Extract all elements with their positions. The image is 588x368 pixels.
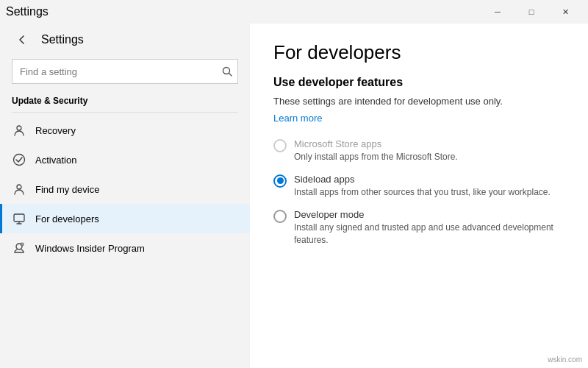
- sidebar-item-label-find-my-device: Find my device: [35, 184, 99, 195]
- search-icon[interactable]: [222, 66, 232, 77]
- radio-content-ms-store: Microsoft Store apps Only install apps f…: [294, 138, 458, 163]
- titlebar: Settings ─ □ ✕: [0, 0, 588, 24]
- sidebar-item-recovery[interactable]: Recovery: [0, 116, 250, 145]
- titlebar-left: Settings: [6, 5, 49, 18]
- radio-content-sideload: Sideload apps Install apps from other so…: [294, 174, 551, 199]
- sidebar-section-label: Update & Security: [0, 90, 250, 109]
- titlebar-title: Settings: [6, 5, 49, 18]
- radio-option-sideload: Sideload apps Install apps from other so…: [273, 174, 564, 199]
- svg-point-3: [14, 155, 25, 166]
- sidebar-top: Settings: [0, 24, 250, 56]
- maximize-button[interactable]: □: [514, 0, 548, 24]
- radio-desc-dev-mode: Install any signed and trusted app and u…: [294, 222, 564, 247]
- sidebar-header-title: Settings: [41, 33, 84, 46]
- back-icon: [18, 35, 26, 44]
- close-button[interactable]: ✕: [548, 0, 582, 24]
- titlebar-controls: ─ □ ✕: [481, 0, 582, 24]
- radio-content-dev-mode: Developer mode Install any signed and tr…: [294, 209, 564, 247]
- sidebar-item-label-windows-insider: Windows Insider Program: [35, 243, 145, 254]
- sidebar-item-label-activation: Activation: [35, 155, 76, 166]
- radio-dev-mode[interactable]: [273, 210, 287, 223]
- sidebar-item-label-for-developers: For developers: [35, 213, 99, 224]
- svg-point-4: [17, 185, 21, 189]
- search-input[interactable]: [12, 59, 238, 84]
- find-my-device-icon: [12, 182, 26, 197]
- content-area: For developers Use developer features Th…: [250, 24, 588, 368]
- learn-more-link[interactable]: Learn more: [273, 113, 322, 124]
- main-layout: Settings Update & Security Recovery: [0, 24, 588, 368]
- radio-label-sideload: Sideload apps: [294, 174, 551, 185]
- search-box: [12, 59, 238, 84]
- sidebar-item-activation[interactable]: Activation: [0, 145, 250, 174]
- radio-option-ms-store: Microsoft Store apps Only install apps f…: [273, 138, 564, 163]
- for-developers-icon: [12, 211, 26, 226]
- svg-line-1: [229, 74, 232, 77]
- radio-option-dev-mode: Developer mode Install any signed and tr…: [273, 209, 564, 247]
- sidebar-item-label-recovery: Recovery: [35, 125, 76, 136]
- sidebar-item-windows-insider[interactable]: Windows Insider Program: [0, 233, 250, 263]
- sidebar-divider: [12, 112, 238, 113]
- minimize-button[interactable]: ─: [481, 0, 514, 24]
- recovery-icon: [12, 123, 26, 138]
- radio-desc-sideload: Install apps from other sources that you…: [294, 186, 551, 199]
- radio-ms-store[interactable]: [273, 139, 287, 152]
- sidebar-item-for-developers[interactable]: For developers: [0, 204, 250, 233]
- back-button[interactable]: [12, 29, 32, 50]
- radio-desc-ms-store: Only install apps from the Microsoft Sto…: [294, 151, 458, 163]
- content-subtitle: Use developer features: [273, 76, 564, 89]
- svg-rect-5: [14, 214, 24, 222]
- page-title: For developers: [273, 41, 564, 64]
- activation-icon: [12, 152, 26, 167]
- sidebar-item-find-my-device[interactable]: Find my device: [0, 174, 250, 204]
- radio-label-ms-store: Microsoft Store apps: [294, 138, 458, 149]
- windows-insider-icon: [12, 241, 26, 255]
- content-description: These settings are intended for developm…: [273, 95, 564, 108]
- sidebar: Settings Update & Security Recovery: [0, 24, 250, 368]
- svg-point-2: [17, 126, 21, 130]
- radio-label-dev-mode: Developer mode: [294, 209, 564, 220]
- radio-sideload[interactable]: [273, 174, 287, 188]
